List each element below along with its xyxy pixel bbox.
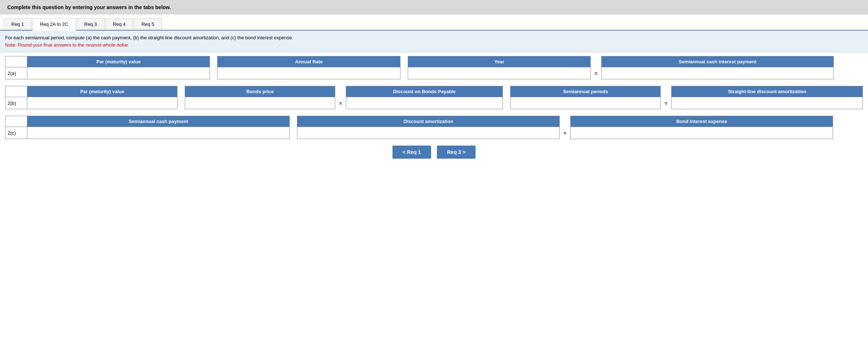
table-2b: Par (maturity) value Bonds price Discoun… [5,86,863,109]
trailing-cell-2a [834,67,863,79]
semiannual-cash-2a-field[interactable] [604,69,831,78]
empty-header-2a [5,56,27,67]
equals-header-2b [335,86,346,97]
input-par-value-2b[interactable] [27,97,177,109]
spacer-2b-1 [177,86,185,97]
col-discount-bonds-2b: Discount on Bonds Payable [346,86,503,97]
discount-bonds-2b-field[interactable] [348,99,500,107]
input-year-2a[interactable] [408,67,590,79]
input-par-value-2a[interactable] [27,67,210,79]
trailing-header-2c [833,116,863,127]
table-2c: Semiannual cash payment Discount amortiz… [5,116,863,139]
tab-req4[interactable]: Req 4 [105,18,133,30]
nav-buttons: < Req 1 Req 3 > [5,140,863,162]
spacer-cell-2a-1 [210,67,218,79]
col-semiannual-cash-2c: Semiannual cash payment [27,116,290,127]
col-year-2a: Year [408,56,590,67]
header-row-2c: Semiannual cash payment Discount amortiz… [5,116,863,127]
section-2b: Par (maturity) value Bonds price Discoun… [5,86,863,109]
equals2-header-2b [661,86,672,97]
equals2-2b: = [661,97,672,109]
bonds-price-2b-field[interactable] [187,99,333,107]
col-par-value-2a: Par (maturity) value [27,56,210,67]
label-2c: 2(c) [5,127,27,139]
col-discount-amort-2c: Discount amortization [297,116,560,127]
par-value-2a-field[interactable] [30,69,207,78]
spacer-cell-2b-1 [177,97,185,109]
header-row-2a: Par (maturity) value Annual Rate Year Se… [5,56,863,67]
input-semiannual-periods-2b[interactable] [511,97,661,109]
spacer-2c-1 [290,116,297,127]
header-row-2b: Par (maturity) value Bonds price Discoun… [5,86,863,97]
col-straightline-2b: Straight-line discount amortization [672,86,863,97]
content-area: Par (maturity) value Annual Rate Year Se… [0,52,868,166]
section-2c: Semiannual cash payment Discount amortiz… [5,116,863,139]
data-row-2c: 2(c) = [5,127,863,139]
trailing-cell-2c [833,127,863,139]
equals-header-2c [560,116,571,127]
input-annual-rate-2a[interactable] [218,67,400,79]
data-row-2b: 2(b) = = [5,97,863,109]
input-semiannual-cash-2c[interactable] [27,127,290,139]
input-bond-interest-2c[interactable] [571,127,833,139]
input-bonds-price-2b[interactable] [185,97,335,109]
col-semiannual-cash-2a: Semiannual cash interest payment [602,56,834,67]
label-2b: 2(b) [5,97,27,109]
equals-2c: = [560,127,571,139]
col-par-value-2b: Par (maturity) value [27,86,177,97]
tab-req3[interactable]: Req 3 [77,18,105,30]
col-semiannual-periods-2b: Semiannual periods [511,86,661,97]
spacer-2a-2 [400,56,408,67]
trailing-2a [834,56,863,67]
spacer-between-2a-2b [5,81,863,86]
prev-button[interactable]: < Req 1 [392,146,431,159]
data-row-2a: 2(a) = [5,67,863,79]
tabs-container: Req 1 Req 2A to 2C Req 3 Req 4 Req 5 [0,15,868,31]
bond-interest-2c-field[interactable] [573,128,830,137]
spacer-2a-1 [210,56,218,67]
col-bond-interest-2c: Bond interest expense [571,116,833,127]
empty-header-2c [5,116,27,127]
next-button[interactable]: Req 3 > [437,146,476,159]
instructions-note: Note: Round your final answers to the ne… [5,41,863,49]
header-banner: Complete this question by entering your … [0,0,868,15]
tab-req5[interactable]: Req 5 [134,18,162,30]
spacer-2b-2 [503,86,511,97]
input-straightline-2b[interactable] [672,97,863,109]
year-2a-field[interactable] [410,69,588,78]
table-2a: Par (maturity) value Annual Rate Year Se… [5,56,863,79]
par-value-2b-field[interactable] [30,99,175,107]
instructions-main: For each semiannual period, compute (a) … [5,34,863,41]
spacer-between-2b-2c [5,111,863,116]
section-2a: Par (maturity) value Annual Rate Year Se… [5,56,863,79]
annual-rate-2a-field[interactable] [220,69,398,78]
spacer-cell-2b-2 [503,97,511,109]
instructions-panel: For each semiannual period, compute (a) … [0,31,868,52]
tab-req1[interactable]: Req 1 [4,18,32,30]
input-discount-bonds-2b[interactable] [346,97,503,109]
equals-2a: = [591,67,602,79]
input-discount-amort-2c[interactable] [297,127,560,139]
spacer-cell-2c-1 [290,127,297,139]
semiannual-cash-2c-field[interactable] [30,128,287,137]
equals-2b: = [335,97,346,109]
semiannual-periods-2b-field[interactable] [513,99,658,107]
equals-header-2a [591,56,602,67]
col-annual-rate-2a: Annual Rate [218,56,400,67]
col-bonds-price-2b: Bonds price [185,86,335,97]
straightline-2b-field[interactable] [674,99,860,107]
label-2a: 2(a) [5,67,27,79]
empty-header-2b [5,86,27,97]
spacer-cell-2a-2 [400,67,408,79]
input-semiannual-cash-2a[interactable] [602,67,834,79]
discount-amort-2c-field[interactable] [300,128,557,137]
tab-req2a-2c[interactable]: Req 2A to 2C [32,18,76,31]
